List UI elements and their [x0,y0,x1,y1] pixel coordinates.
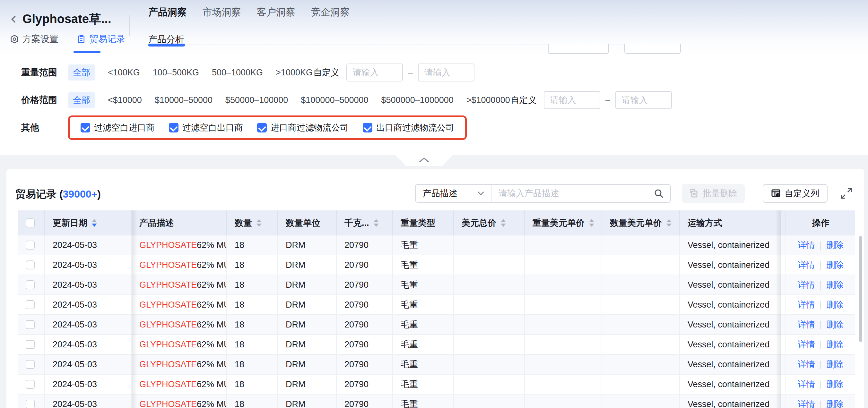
detail-link[interactable]: 详情 [798,378,815,390]
row-checkbox[interactable] [26,280,35,289]
row-checkbox[interactable] [26,241,35,249]
delete-link[interactable]: 删除 [826,398,844,408]
weight-custom-label[interactable]: 自定义 [313,67,339,78]
detail-link[interactable]: 详情 [798,319,815,330]
filter-checkbox-1[interactable]: 过滤空白出口商 [169,122,243,133]
search-input[interactable] [492,185,654,202]
detail-link[interactable]: 详情 [798,239,815,251]
sort-icon[interactable] [501,219,506,227]
action-separator: | [819,240,822,250]
checkbox-checked-icon[interactable] [363,123,372,133]
tab-competitor-insight[interactable]: 竞企洞察 [311,6,349,22]
delete-link[interactable]: 删除 [826,319,844,330]
price-custom-label[interactable]: 自定义 [511,94,537,106]
annotation-red-box: 过滤空白进口商过滤空白出口商进口商过滤物流公司出口商过滤物流公司 [68,115,467,140]
weight-option-0[interactable]: 全部 [68,65,95,80]
filter-checkbox-2[interactable]: 进口商过滤物流公司 [257,122,349,133]
delete-link[interactable]: 删除 [826,259,844,271]
sort-desc-icon [256,224,261,227]
column-header-date[interactable]: 更新日期 [45,210,132,235]
delete-link[interactable]: 删除 [826,339,844,350]
sub-tab-trade-records[interactable]: 贸易记录 [76,33,125,45]
price-option-4[interactable]: $100000–500000 [301,95,368,105]
cell-date: 2024-05-03 [45,315,132,334]
detail-link[interactable]: 详情 [798,398,815,408]
cell-weight_type: 毛重 [393,275,454,295]
weight-option-3[interactable]: 500–1000KG [212,68,263,78]
batch-delete-button[interactable]: 批量删除 [682,184,745,203]
sub-tab-plan-settings[interactable]: 方案设置 [10,33,58,45]
price-option-5[interactable]: $500000–1000000 [381,95,454,105]
section-tab-product-analysis[interactable]: 产品分析 [148,33,184,45]
price-max-input[interactable] [615,91,672,109]
search-field-select[interactable]: 产品描述 [416,185,492,202]
price-option-1[interactable]: <$10000 [108,95,142,105]
delete-link[interactable]: 删除 [826,279,844,291]
cell-quantity: 18 [227,335,278,354]
table-row: 2024-05-03GLYPHOSATE 62% MUP – I...18DRM… [18,255,855,275]
column-header-usd_total[interactable]: 美元总价 [454,210,525,235]
main-tab-bar: 产品洞察 市场洞察 客户洞察 竞企洞察 [148,6,349,22]
collapse-filter-handle[interactable] [395,155,453,166]
row-checkbox[interactable] [26,380,35,389]
price-option-6[interactable]: >$1000000 [466,95,510,105]
delete-link[interactable]: 删除 [826,359,844,370]
detail-link[interactable]: 详情 [798,299,815,310]
row-checkbox[interactable] [26,261,35,269]
fullscreen-icon[interactable] [840,187,852,200]
price-option-0[interactable]: 全部 [68,92,95,108]
weight-option-1[interactable]: <100KG [108,68,140,78]
tab-customer-insight[interactable]: 客户洞察 [257,6,295,22]
sort-icon[interactable] [666,219,672,227]
checkbox-checked-icon[interactable] [81,123,90,133]
product-description-rest: 62% MUP – I... [197,399,227,408]
weight-option-2[interactable]: 100–500KG [153,68,199,78]
select-all-checkbox[interactable] [26,218,35,228]
cell-kg: 20790 [337,295,393,314]
truncated-input-right[interactable] [624,44,681,54]
sort-icon[interactable] [256,219,261,227]
filter-checkbox-0[interactable]: 过滤空白进口商 [81,122,155,133]
column-header-usd_weight_unit[interactable]: 重量美元单价 [525,210,602,235]
checkbox-checked-icon[interactable] [257,123,267,133]
truncated-input-left[interactable] [548,44,609,54]
price-option-3[interactable]: $50000–100000 [225,95,288,105]
cell-usd_total [454,375,525,394]
row-checkbox[interactable] [26,340,35,349]
row-checkbox[interactable] [26,320,35,329]
table-row: 2024-05-03GLYPHOSATE 62% MUP – I...18DRM… [18,395,855,408]
tab-market-insight[interactable]: 市场洞察 [203,6,241,22]
row-checkbox[interactable] [26,360,35,369]
checkbox-checked-icon[interactable] [169,123,179,133]
product-keyword: GLYPHOSATE [139,260,197,270]
detail-link[interactable]: 详情 [798,339,815,350]
column-header-usd_qty_unit[interactable]: 数量美元单价 [602,210,680,235]
column-header-kg[interactable]: 千克... [337,210,393,235]
detail-link[interactable]: 详情 [798,259,815,271]
search-icon[interactable] [654,188,664,199]
sort-icon[interactable] [589,219,594,227]
cell-actions: 详情|删除 [786,375,855,394]
price-option-2[interactable]: $10000–50000 [155,95,213,105]
custom-columns-icon [771,189,781,198]
price-min-input[interactable] [544,91,600,109]
delete-link[interactable]: 删除 [826,299,844,310]
column-header-quantity[interactable]: 数量 [227,210,278,235]
back-chevron-icon[interactable] [10,15,18,24]
sort-icon[interactable] [92,219,97,227]
delete-link[interactable]: 删除 [826,378,844,390]
row-checkbox[interactable] [26,400,35,408]
detail-link[interactable]: 详情 [798,279,815,291]
delete-link[interactable]: 删除 [826,239,844,251]
custom-columns-button[interactable]: 自定义列 [763,184,828,203]
weight-min-input[interactable] [346,64,403,81]
tab-product-insight[interactable]: 产品洞察 [148,6,187,22]
vertical-scrollbar[interactable] [859,236,862,342]
sort-icon[interactable] [374,219,379,227]
filter-checkbox-3[interactable]: 出口商过滤物流公司 [363,122,454,133]
detail-link[interactable]: 详情 [798,359,815,370]
row-checkbox[interactable] [26,300,35,309]
weight-option-4[interactable]: >1000KG [276,68,313,78]
weight-max-input[interactable] [418,64,474,81]
cell-kg: 20790 [337,235,393,255]
